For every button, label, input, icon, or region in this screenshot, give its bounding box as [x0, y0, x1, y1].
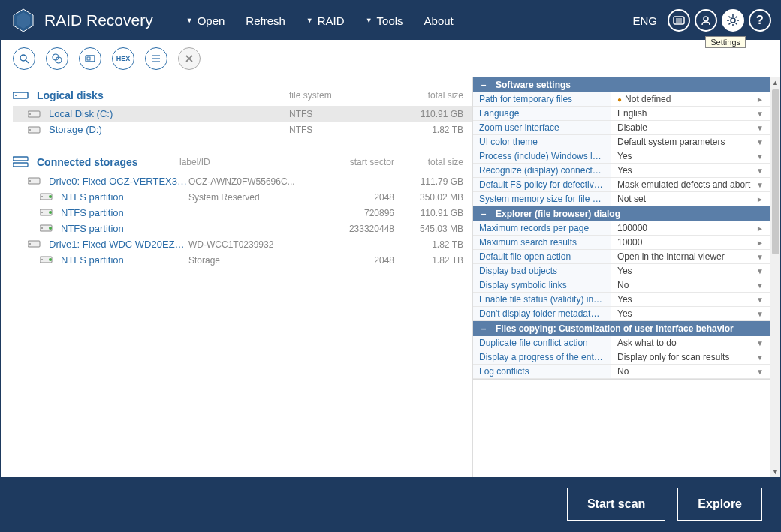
menu-raid[interactable]: ▼RAID [296, 10, 355, 32]
logical-disk-row[interactable]: Storage (D:) NTFS 1.82 TB [13, 122, 472, 137]
setting-value[interactable]: Ask what to do ▼ [611, 336, 770, 350]
user-button[interactable] [695, 9, 717, 32]
menu-about[interactable]: About [414, 10, 464, 32]
settings-button[interactable]: Settings [722, 9, 744, 32]
dropdown-icon: ▼ [756, 167, 764, 175]
partition-name: NTFS partition [61, 191, 188, 203]
settings-scrollbar[interactable]: ▲ ▼ [770, 77, 780, 477]
svg-line-12 [729, 17, 731, 18]
setting-value[interactable]: Yes ▼ [611, 264, 770, 278]
partition-row[interactable]: NTFS partition 233320448 545.03 MB [13, 221, 472, 236]
setting-row: Path for temporary files ●Not defined ► [473, 92, 770, 107]
help-button[interactable]: ? [749, 9, 771, 32]
disk-image-icon[interactable] [79, 47, 101, 70]
raid-builder-icon[interactable] [46, 47, 68, 70]
menu-tools-label: Tools [377, 14, 403, 27]
language-selector[interactable]: ENG [632, 14, 657, 27]
dropdown-icon: ▼ [756, 310, 764, 318]
setting-value[interactable]: Not set ► [611, 192, 770, 206]
setting-row: Log conflicts No ▼ [473, 365, 770, 379]
dropdown-icon: ▼ [756, 253, 764, 261]
svg-point-44 [49, 227, 52, 230]
partition-row[interactable]: NTFS partition System Reserved 2048 350.… [13, 189, 472, 205]
setting-value[interactable]: Default system parameters ▼ [611, 135, 770, 149]
setting-value[interactable]: Yes ▼ [611, 293, 770, 306]
setting-key: Display bad objects [473, 264, 611, 278]
partition-label: System Reserved [188, 192, 312, 203]
setting-value[interactable]: Mask emulated defects and abort ▼ [611, 178, 770, 191]
drive-name: Drive0: Fixed OCZ-VERTEX3 (ATA) [49, 176, 188, 187]
hex-viewer-icon[interactable]: HEX [112, 47, 134, 70]
setting-value[interactable]: 100000 ► [611, 221, 770, 235]
setting-row: Default file open action Open in the int… [473, 250, 770, 264]
settings-group-header[interactable]: –Explorer (file browser) dialog [473, 206, 770, 221]
partition-icon [40, 192, 55, 203]
collapse-icon[interactable]: – [479, 209, 488, 219]
dropdown-icon: ► [756, 95, 764, 104]
scroll-down-icon[interactable]: ▼ [770, 467, 780, 477]
disk-size: 1.82 TB [394, 125, 469, 135]
scroll-up-icon[interactable]: ▲ [770, 77, 780, 88]
setting-value[interactable]: 10000 ► [611, 236, 770, 249]
group-title: Explorer (file browser) dialog [496, 209, 620, 219]
settings-tooltip: Settings [705, 36, 746, 48]
footer: Start scan Explore [1, 477, 780, 531]
partition-size: 110.91 GB [394, 208, 469, 218]
drive-row[interactable]: Drive0: Fixed OCZ-VERTEX3 (ATA) OCZ-AWNZ… [13, 173, 472, 189]
list-view-icon[interactable] [145, 47, 167, 70]
setting-row: Recognize (display) connected me... Yes … [473, 164, 770, 178]
setting-key: Display symbolic links [473, 278, 611, 292]
setting-value[interactable]: Open in the internal viewer ▼ [611, 250, 770, 263]
view-mode-button[interactable] [668, 9, 690, 32]
setting-value[interactable]: Yes ▼ [611, 307, 770, 320]
partition-name: NTFS partition [61, 207, 188, 218]
svg-line-13 [736, 23, 737, 25]
close-icon[interactable] [178, 47, 201, 70]
svg-point-6 [704, 17, 708, 21]
setting-key: Process (include) Windows logical ... [473, 149, 611, 163]
col-start-sector: start sector [312, 157, 394, 167]
svg-point-49 [49, 258, 52, 261]
collapse-icon[interactable]: – [479, 80, 488, 90]
setting-value[interactable]: No ▼ [611, 278, 770, 292]
col-total-size-2: total size [394, 157, 469, 167]
setting-value[interactable]: ●Not defined ► [611, 92, 770, 106]
svg-rect-21 [87, 57, 90, 60]
setting-key: Display a progress of the entire c... [473, 350, 611, 364]
settings-group-header[interactable]: –Files copying: Customization of user in… [473, 321, 770, 336]
setting-value[interactable]: Yes ▼ [611, 149, 770, 163]
logical-disk-row[interactable]: Local Disk (C:) NTFS 110.91 GB [13, 106, 472, 122]
svg-point-36 [29, 180, 31, 182]
connected-storages-icon [13, 155, 31, 169]
settings-group-header[interactable]: –Software settings [473, 77, 770, 92]
svg-point-30 [29, 113, 31, 115]
svg-point-42 [41, 212, 43, 213]
explore-button[interactable]: Explore [677, 488, 762, 521]
menu-refresh[interactable]: Refresh [235, 10, 296, 32]
menu-open[interactable]: ▼Open [176, 10, 236, 32]
collapse-icon[interactable]: – [479, 323, 488, 334]
search-icon[interactable] [13, 47, 35, 70]
setting-row: Language English ▼ [473, 107, 770, 121]
svg-point-45 [41, 227, 43, 229]
partition-size: 1.82 TB [394, 255, 469, 266]
menu-tools[interactable]: ▼Tools [355, 10, 414, 32]
scrollbar-thumb[interactable] [772, 89, 779, 254]
dropdown-icon: ▼ [756, 152, 764, 161]
setting-value[interactable]: Disable ▼ [611, 121, 770, 134]
partition-row[interactable]: NTFS partition Storage 2048 1.82 TB [13, 252, 472, 268]
setting-value[interactable]: Display only for scan results ▼ [611, 350, 770, 364]
drive-row[interactable]: Drive1: Fixed WDC WD20EZRX-00DC0... WD-W… [13, 236, 472, 252]
start-scan-button[interactable]: Start scan [567, 488, 665, 521]
setting-row: Display a progress of the entire c... Di… [473, 350, 770, 365]
partition-row[interactable]: NTFS partition 720896 110.91 GB [13, 205, 472, 221]
dropdown-icon: ▼ [756, 267, 764, 275]
connected-storages-title: Connected storages [37, 156, 179, 168]
setting-value[interactable]: English ▼ [611, 107, 770, 120]
setting-value[interactable]: No ▼ [611, 365, 770, 378]
settings-panel-wrap: –Software settingsPath for temporary fil… [472, 77, 780, 477]
setting-key: Enable file status (validity) indicati..… [473, 293, 611, 306]
partition-start: 2048 [312, 255, 394, 266]
setting-value[interactable]: Yes ▼ [611, 164, 770, 177]
setting-key: Don't display folder metadata size [473, 307, 611, 320]
